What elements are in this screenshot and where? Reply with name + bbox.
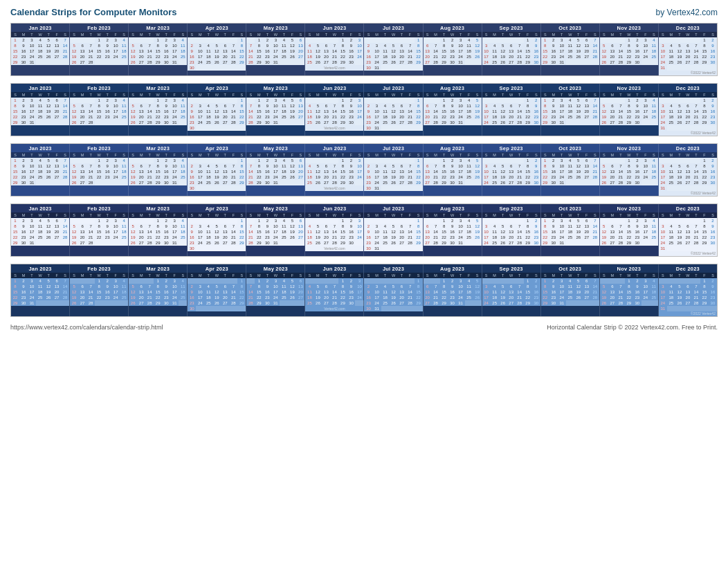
day-cell: 30 [709,240,717,246]
day-cell: 19 [499,235,507,240]
day-cell: 10 [111,43,120,48]
day-cell: 19 [574,169,583,174]
day-cell: 28 [406,120,415,125]
day-cell: 19 [288,48,296,54]
day-cell: 5 [473,37,482,43]
day-cell [516,37,524,43]
dow-T-9: T [558,92,566,98]
day-cell [709,246,717,251]
dow-M-4: M [255,212,263,218]
month-title-Jan: Jan 2023 [11,204,69,212]
day-cell [196,218,204,224]
day-cell: 4 [465,98,473,103]
dow-S-4: S [246,273,255,278]
day-cell: 10 [457,43,465,48]
day-cell: 22 [440,235,448,240]
dow-M-7: M [432,32,440,37]
day-cell [188,37,196,43]
day-cell: 14 [330,169,338,174]
day-cell: 28 [330,180,338,185]
day-cell: 10 [457,163,465,169]
dow-F-2: F [170,32,179,37]
dow-M-11: M [667,152,675,158]
day-cell: 15 [700,289,709,295]
day-cell: 6 [296,98,304,103]
day-cell: 27 [608,180,617,185]
day-cell [212,306,221,311]
dow-T-2: T [145,273,154,278]
day-cell: 10 [111,103,120,109]
day-cell: 12 [129,289,137,295]
day-cell: 12 [70,48,78,54]
dow-M-9: M [549,152,558,158]
day-cell: 16 [549,109,558,114]
day-cell: 13 [684,169,692,174]
day-cell: 18 [465,229,473,235]
day-cell: 28 [406,240,415,246]
day-cell: 1 [338,98,347,103]
day-cell: 22 [95,54,103,60]
day-cell: 26 [499,240,507,246]
day-cell: 23 [188,120,196,125]
day-cell: 28 [229,240,237,246]
dow-T-1: T [87,92,95,98]
day-cell: 21 [617,54,625,60]
day-cell: 29 [255,300,263,306]
day-cell: 13 [608,169,617,174]
day-cell: 14 [406,229,415,235]
day-cell [355,120,363,125]
day-cell: 28 [617,60,625,65]
day-cell [684,65,692,71]
dow-S-1: S [120,273,128,278]
month-block-Dec: Dec 2023SMTWTFS1234567891011121314151617… [659,24,717,75]
day-cell: 30 [364,246,372,251]
day-cell: 12 [288,284,296,289]
day-cell [667,158,675,163]
day-cell: 7 [61,278,69,284]
day-cell: 24 [558,54,566,60]
day-cell: 25 [179,114,187,120]
month-block-Jul: Jul 2023SMTWTFS1234567891011121314151617… [364,204,423,256]
day-cell [465,120,473,125]
day-cell: 27 [583,54,591,60]
day-cell: 15 [524,229,532,235]
day-cell: 20 [296,289,304,295]
day-cell: 29 [11,120,19,125]
day-cell: 11 [650,224,658,229]
day-cell: 21 [591,48,599,54]
dow-W-9: W [566,212,574,218]
day-cell [137,37,145,43]
dow-W-2: W [154,32,162,37]
day-cell: 21 [246,174,255,180]
day-cell: 15 [95,169,103,174]
day-cell: 22 [440,114,448,120]
day-cell: 9 [162,43,170,48]
day-cell: 27 [53,235,61,240]
day-cell: 5 [574,278,583,284]
day-cell: 13 [583,43,591,48]
day-cell: 27 [137,180,145,185]
day-cell: 13 [221,48,229,54]
day-cell: 9 [709,103,717,109]
day-cell: 1 [625,218,633,224]
day-cell: 29 [237,240,246,246]
month-block-May: May 2023SMTWTFS1234567891011121314151617… [246,84,305,136]
day-cell: 12 [675,109,684,114]
day-cell: 17 [372,114,381,120]
day-cell: 28 [432,180,440,185]
day-cell: 16 [19,109,28,114]
month-block-Jan: Jan 2023SMTWTFS1234567891011121314151617… [11,264,70,316]
day-cell: 30 [532,120,540,125]
day-cell: 13 [78,169,87,174]
day-cell [229,278,237,284]
day-cell [675,37,684,43]
day-cell [111,180,120,185]
day-cell: 1 [524,158,532,163]
day-cell: 18 [566,109,574,114]
day-cell: 24 [111,174,120,180]
day-cell [61,240,69,246]
day-cell [473,300,482,306]
day-cell: 1 [700,278,709,284]
month-block-Jun: Jun 2023SMTWTFS1234567891011121314151617… [305,264,364,316]
day-cell: 29 [338,240,347,246]
